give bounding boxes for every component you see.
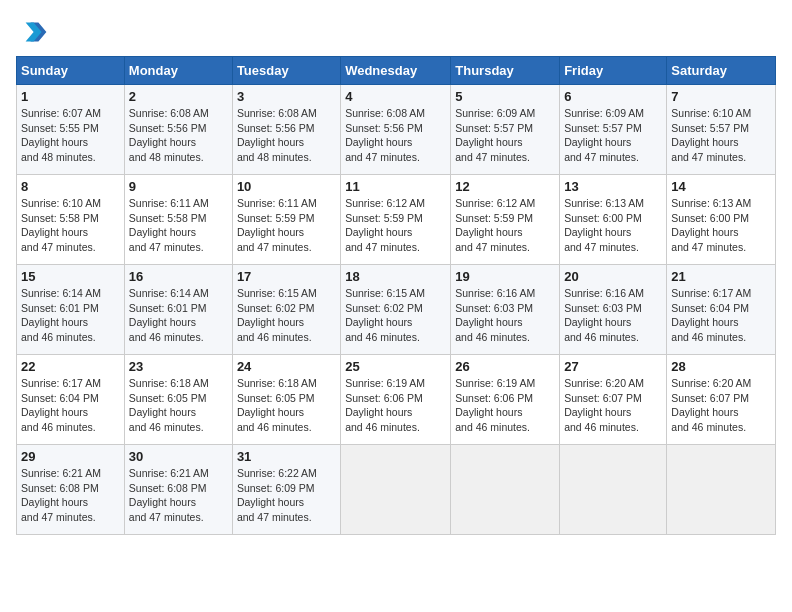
calendar-cell: 15 Sunrise: 6:14 AM Sunset: 6:01 PM Dayl… — [17, 265, 125, 355]
day-number: 31 — [237, 449, 336, 464]
calendar-cell: 2 Sunrise: 6:08 AM Sunset: 5:56 PM Dayli… — [124, 85, 232, 175]
day-info: Sunrise: 6:14 AM Sunset: 6:01 PM Dayligh… — [129, 286, 228, 345]
calendar-cell: 23 Sunrise: 6:18 AM Sunset: 6:05 PM Dayl… — [124, 355, 232, 445]
day-info: Sunrise: 6:21 AM Sunset: 6:08 PM Dayligh… — [129, 466, 228, 525]
day-info: Sunrise: 6:18 AM Sunset: 6:05 PM Dayligh… — [129, 376, 228, 435]
day-info: Sunrise: 6:18 AM Sunset: 6:05 PM Dayligh… — [237, 376, 336, 435]
calendar-cell: 30 Sunrise: 6:21 AM Sunset: 6:08 PM Dayl… — [124, 445, 232, 535]
day-number: 7 — [671, 89, 771, 104]
day-number: 1 — [21, 89, 120, 104]
day-info: Sunrise: 6:10 AM Sunset: 5:57 PM Dayligh… — [671, 106, 771, 165]
day-info: Sunrise: 6:20 AM Sunset: 6:07 PM Dayligh… — [671, 376, 771, 435]
day-number: 22 — [21, 359, 120, 374]
calendar-cell: 14 Sunrise: 6:13 AM Sunset: 6:00 PM Dayl… — [667, 175, 776, 265]
calendar-cell: 21 Sunrise: 6:17 AM Sunset: 6:04 PM Dayl… — [667, 265, 776, 355]
calendar-cell: 28 Sunrise: 6:20 AM Sunset: 6:07 PM Dayl… — [667, 355, 776, 445]
day-info: Sunrise: 6:15 AM Sunset: 6:02 PM Dayligh… — [237, 286, 336, 345]
day-number: 13 — [564, 179, 662, 194]
calendar-cell: 10 Sunrise: 6:11 AM Sunset: 5:59 PM Dayl… — [232, 175, 340, 265]
calendar-cell: 8 Sunrise: 6:10 AM Sunset: 5:58 PM Dayli… — [17, 175, 125, 265]
calendar-cell: 26 Sunrise: 6:19 AM Sunset: 6:06 PM Dayl… — [451, 355, 560, 445]
day-number: 14 — [671, 179, 771, 194]
day-info: Sunrise: 6:16 AM Sunset: 6:03 PM Dayligh… — [564, 286, 662, 345]
day-info: Sunrise: 6:10 AM Sunset: 5:58 PM Dayligh… — [21, 196, 120, 255]
logo-icon — [16, 16, 48, 48]
day-number: 17 — [237, 269, 336, 284]
day-info: Sunrise: 6:22 AM Sunset: 6:09 PM Dayligh… — [237, 466, 336, 525]
calendar-cell — [451, 445, 560, 535]
calendar-cell: 11 Sunrise: 6:12 AM Sunset: 5:59 PM Dayl… — [341, 175, 451, 265]
day-info: Sunrise: 6:08 AM Sunset: 5:56 PM Dayligh… — [237, 106, 336, 165]
day-info: Sunrise: 6:19 AM Sunset: 6:06 PM Dayligh… — [345, 376, 446, 435]
day-info: Sunrise: 6:12 AM Sunset: 5:59 PM Dayligh… — [455, 196, 555, 255]
day-info: Sunrise: 6:09 AM Sunset: 5:57 PM Dayligh… — [455, 106, 555, 165]
day-number: 24 — [237, 359, 336, 374]
calendar-cell: 13 Sunrise: 6:13 AM Sunset: 6:00 PM Dayl… — [560, 175, 667, 265]
day-info: Sunrise: 6:08 AM Sunset: 5:56 PM Dayligh… — [345, 106, 446, 165]
calendar-cell: 31 Sunrise: 6:22 AM Sunset: 6:09 PM Dayl… — [232, 445, 340, 535]
day-number: 18 — [345, 269, 446, 284]
week-row-3: 15 Sunrise: 6:14 AM Sunset: 6:01 PM Dayl… — [17, 265, 776, 355]
calendar-cell: 3 Sunrise: 6:08 AM Sunset: 5:56 PM Dayli… — [232, 85, 340, 175]
day-number: 19 — [455, 269, 555, 284]
calendar-cell: 1 Sunrise: 6:07 AM Sunset: 5:55 PM Dayli… — [17, 85, 125, 175]
day-number: 8 — [21, 179, 120, 194]
day-info: Sunrise: 6:09 AM Sunset: 5:57 PM Dayligh… — [564, 106, 662, 165]
day-number: 9 — [129, 179, 228, 194]
weekday-sunday: Sunday — [17, 57, 125, 85]
calendar-cell: 16 Sunrise: 6:14 AM Sunset: 6:01 PM Dayl… — [124, 265, 232, 355]
weekday-saturday: Saturday — [667, 57, 776, 85]
calendar-cell: 24 Sunrise: 6:18 AM Sunset: 6:05 PM Dayl… — [232, 355, 340, 445]
day-number: 20 — [564, 269, 662, 284]
day-number: 23 — [129, 359, 228, 374]
day-number: 27 — [564, 359, 662, 374]
calendar-cell: 29 Sunrise: 6:21 AM Sunset: 6:08 PM Dayl… — [17, 445, 125, 535]
calendar-cell: 20 Sunrise: 6:16 AM Sunset: 6:03 PM Dayl… — [560, 265, 667, 355]
weekday-wednesday: Wednesday — [341, 57, 451, 85]
calendar-cell: 9 Sunrise: 6:11 AM Sunset: 5:58 PM Dayli… — [124, 175, 232, 265]
day-number: 30 — [129, 449, 228, 464]
day-info: Sunrise: 6:21 AM Sunset: 6:08 PM Dayligh… — [21, 466, 120, 525]
week-row-4: 22 Sunrise: 6:17 AM Sunset: 6:04 PM Dayl… — [17, 355, 776, 445]
day-info: Sunrise: 6:16 AM Sunset: 6:03 PM Dayligh… — [455, 286, 555, 345]
calendar-cell — [341, 445, 451, 535]
calendar-cell: 22 Sunrise: 6:17 AM Sunset: 6:04 PM Dayl… — [17, 355, 125, 445]
logo — [16, 16, 52, 48]
day-number: 6 — [564, 89, 662, 104]
calendar-table: SundayMondayTuesdayWednesdayThursdayFrid… — [16, 56, 776, 535]
day-number: 2 — [129, 89, 228, 104]
day-info: Sunrise: 6:17 AM Sunset: 6:04 PM Dayligh… — [21, 376, 120, 435]
day-number: 28 — [671, 359, 771, 374]
week-row-1: 1 Sunrise: 6:07 AM Sunset: 5:55 PM Dayli… — [17, 85, 776, 175]
day-info: Sunrise: 6:14 AM Sunset: 6:01 PM Dayligh… — [21, 286, 120, 345]
day-number: 16 — [129, 269, 228, 284]
day-number: 11 — [345, 179, 446, 194]
weekday-thursday: Thursday — [451, 57, 560, 85]
day-info: Sunrise: 6:11 AM Sunset: 5:58 PM Dayligh… — [129, 196, 228, 255]
day-number: 21 — [671, 269, 771, 284]
calendar-body: 1 Sunrise: 6:07 AM Sunset: 5:55 PM Dayli… — [17, 85, 776, 535]
day-info: Sunrise: 6:07 AM Sunset: 5:55 PM Dayligh… — [21, 106, 120, 165]
day-number: 12 — [455, 179, 555, 194]
day-number: 26 — [455, 359, 555, 374]
day-number: 10 — [237, 179, 336, 194]
day-info: Sunrise: 6:20 AM Sunset: 6:07 PM Dayligh… — [564, 376, 662, 435]
day-number: 4 — [345, 89, 446, 104]
weekday-monday: Monday — [124, 57, 232, 85]
day-number: 5 — [455, 89, 555, 104]
week-row-5: 29 Sunrise: 6:21 AM Sunset: 6:08 PM Dayl… — [17, 445, 776, 535]
day-info: Sunrise: 6:12 AM Sunset: 5:59 PM Dayligh… — [345, 196, 446, 255]
calendar-cell: 19 Sunrise: 6:16 AM Sunset: 6:03 PM Dayl… — [451, 265, 560, 355]
calendar-cell: 6 Sunrise: 6:09 AM Sunset: 5:57 PM Dayli… — [560, 85, 667, 175]
calendar-cell: 17 Sunrise: 6:15 AM Sunset: 6:02 PM Dayl… — [232, 265, 340, 355]
calendar-cell: 4 Sunrise: 6:08 AM Sunset: 5:56 PM Dayli… — [341, 85, 451, 175]
week-row-2: 8 Sunrise: 6:10 AM Sunset: 5:58 PM Dayli… — [17, 175, 776, 265]
day-info: Sunrise: 6:11 AM Sunset: 5:59 PM Dayligh… — [237, 196, 336, 255]
calendar-cell: 12 Sunrise: 6:12 AM Sunset: 5:59 PM Dayl… — [451, 175, 560, 265]
day-info: Sunrise: 6:17 AM Sunset: 6:04 PM Dayligh… — [671, 286, 771, 345]
day-info: Sunrise: 6:13 AM Sunset: 6:00 PM Dayligh… — [564, 196, 662, 255]
calendar-cell: 25 Sunrise: 6:19 AM Sunset: 6:06 PM Dayl… — [341, 355, 451, 445]
calendar-cell: 18 Sunrise: 6:15 AM Sunset: 6:02 PM Dayl… — [341, 265, 451, 355]
calendar-cell: 27 Sunrise: 6:20 AM Sunset: 6:07 PM Dayl… — [560, 355, 667, 445]
weekday-friday: Friday — [560, 57, 667, 85]
